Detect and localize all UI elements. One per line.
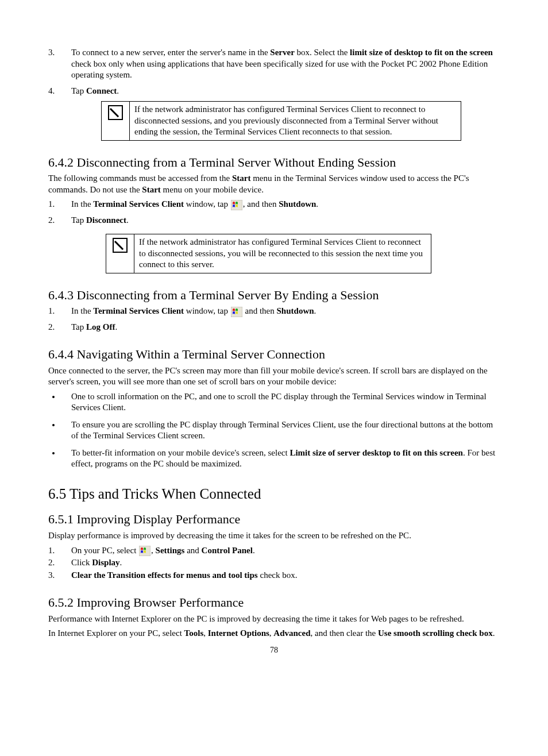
step-3: 3. To connect to a new server, enter the… [48, 47, 500, 81]
step-1: 1. On your PC, select , Settings and Con… [48, 545, 500, 557]
note-box: If the network administrator has configu… [106, 234, 431, 273]
step-text: Tap Disconnect. [71, 215, 500, 226]
windows-start-icon [139, 546, 150, 556]
note-box: If the network administrator has configu… [101, 101, 461, 141]
step-2: 2. Click Display. [48, 557, 500, 569]
note-icon [113, 238, 128, 253]
section-intro: The following commands must be accessed … [48, 173, 500, 195]
step-number: 2. [48, 557, 71, 569]
bullet-list: One to scroll information on the PC, and… [61, 391, 500, 470]
paragraph: In Internet Explorer on your PC, select … [48, 628, 500, 639]
step-3: 3. Clear the Transition effects for menu… [48, 570, 500, 581]
list-item: To better-fit information on your mobile… [61, 448, 500, 470]
step-1: 1. In the Terminal Services Client windo… [48, 199, 500, 210]
step-2: 2. Tap Disconnect. [48, 215, 500, 226]
windows-start-icon [231, 200, 242, 210]
section-intro: Once connected to the server, the PC's s… [48, 365, 500, 388]
step-text: On your PC, select , Settings and Contro… [71, 545, 500, 557]
note-icon [108, 105, 123, 120]
step-text: Tap Log Off. [71, 322, 500, 333]
heading-6-4-4: 6.4.4 Navigating Within a Terminal Serve… [48, 346, 500, 363]
page-number: 78 [48, 645, 500, 655]
paragraph: Performance with Internet Explorer on th… [48, 614, 500, 625]
list-item: One to scroll information on the PC, and… [61, 391, 500, 414]
step-text: Tap Connect. [71, 86, 500, 97]
step-text: Click Display. [71, 557, 500, 569]
step-text: In the Terminal Services Client window, … [71, 306, 500, 317]
step-number: 3. [48, 570, 71, 581]
heading-6-5-1: 6.5.1 Improving Display Performance [48, 511, 500, 528]
step-number: 2. [48, 322, 71, 333]
step-number: 1. [48, 199, 71, 210]
heading-6-5: 6.5 Tips and Tricks When Connected [48, 485, 500, 504]
step-number: 2. [48, 215, 71, 226]
note-text: If the network administrator has configu… [130, 102, 461, 141]
step-number: 1. [48, 306, 71, 317]
step-4: 4. Tap Connect. [48, 86, 500, 97]
step-number: 4. [48, 86, 71, 97]
step-number: 1. [48, 545, 71, 557]
step-1: 1. In the Terminal Services Client windo… [48, 306, 500, 317]
windows-start-icon [231, 307, 242, 317]
heading-6-4-3: 6.4.3 Disconnecting from a Terminal Serv… [48, 287, 500, 304]
step-number: 3. [48, 47, 71, 81]
list-item: To ensure you are scrolling the PC displ… [61, 419, 500, 442]
step-2: 2. Tap Log Off. [48, 322, 500, 333]
step-text: To connect to a new server, enter the se… [71, 47, 500, 81]
step-text: Clear the Transition effects for menus a… [71, 570, 500, 581]
note-text: If the network administrator has configu… [134, 234, 431, 273]
heading-6-4-2: 6.4.2 Disconnecting from a Terminal Serv… [48, 155, 500, 171]
section-intro: Display performance is improved by decre… [48, 530, 500, 542]
heading-6-5-2: 6.5.2 Improving Browser Performance [48, 595, 500, 611]
step-text: In the Terminal Services Client window, … [71, 199, 500, 210]
